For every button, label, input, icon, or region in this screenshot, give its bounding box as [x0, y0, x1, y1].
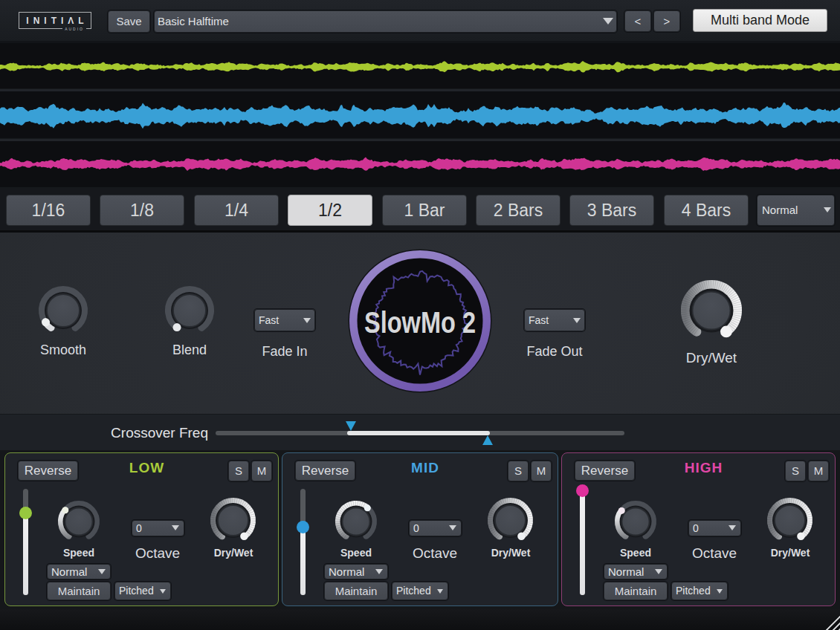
svg-text:SlowMo 2: SlowMo 2 [364, 306, 476, 339]
